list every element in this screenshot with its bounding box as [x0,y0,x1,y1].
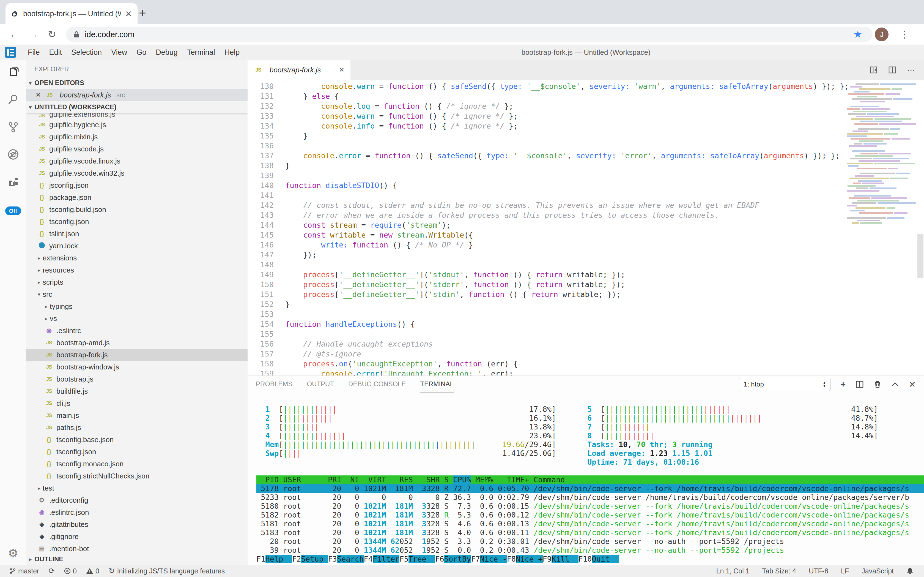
code-line[interactable]: 159 console.error('Uncaught Exception: '… [247,369,924,376]
code-line[interactable]: 152} [247,300,924,309]
code-line[interactable]: 130 console.warn = function () { safeSen… [247,82,924,91]
tree-item[interactable]: JScli.js [26,397,247,409]
tree-item[interactable]: JSgulpfile.mixin.js [26,131,247,143]
open-editor-item[interactable]: ✕ JS bootstrap-fork.js src [26,89,247,101]
tree-folder-vs[interactable]: ▸vs [26,313,247,324]
status-ln-1-col-1[interactable]: Ln 1, Col 1 [716,567,750,575]
editor-scrollbar[interactable] [918,234,924,278]
tree-item[interactable]: {}package.json [26,191,247,203]
new-terminal-icon[interactable]: + [840,380,845,389]
tree-folder-src[interactable]: ▾src [26,288,247,300]
menu-edit[interactable]: Edit [45,48,67,57]
settings-gear-icon[interactable]: ⚙ [0,546,26,560]
tree-item[interactable]: ◉.eslintrc [26,324,247,337]
sync-off-badge[interactable]: Off [5,206,21,215]
tree-item[interactable]: ⚙.editorconfig [26,494,247,506]
code-line[interactable]: 138} [247,161,924,171]
tree-folder-extensions[interactable]: ▸extensions [26,252,247,264]
address-bar[interactable]: ide.coder.com [66,27,873,42]
close-panel-icon[interactable]: ✕ [909,380,916,389]
tree-folder-resources[interactable]: ▸resources [26,264,247,276]
code-line[interactable]: 131 } else { [247,91,924,101]
workspace-header[interactable]: ▾ UNTITLED (WORKSPACE) [26,101,247,113]
status-error[interactable]: 0 [64,567,77,575]
tree-item[interactable]: JSgulpfile.vscode.win32.js [26,167,247,179]
code-line[interactable]: 147 }); [247,250,924,260]
status-warning[interactable]: 0 [86,567,99,575]
tree-item[interactable]: JSbuildfile.js [26,385,247,397]
panel-tab-terminal[interactable]: TERMINAL [420,376,453,393]
panel-tab-problems[interactable]: PROBLEMS [256,376,292,393]
code-line[interactable]: 158 process.on('uncaughtException', func… [247,359,924,369]
tree-item[interactable]: yarn.lock [26,240,247,252]
tree-item[interactable]: {}tslint.json [26,228,247,240]
tree-item[interactable]: JSgulpfile.vscode.js [26,143,247,155]
code-line[interactable]: 143 // error when we are inside a forked… [247,210,924,220]
open-editors-header[interactable]: ▾ OPEN EDITORS [26,77,247,89]
code-line[interactable]: 133 console.warn = function () { /* igno… [247,111,924,121]
extensions-icon[interactable] [0,170,26,194]
browser-tab[interactable]: bootstrap-fork.js — Untitled (W( ✕ [5,3,138,24]
tree-folder-typings[interactable]: ▸typings [26,300,247,313]
search-icon[interactable] [0,87,26,111]
code-line[interactable]: 146 write: function () { /* No OP */ } [247,240,924,250]
status-git-branch[interactable]: master [10,567,39,575]
menu-view[interactable]: View [106,48,132,57]
explorer-icon[interactable] [0,60,26,84]
tree-item[interactable]: JSbootstrap-amd.js [26,337,247,349]
tree-folder-test[interactable]: ▸test [26,482,247,494]
tree-item[interactable]: {}tsconfig.json [26,216,247,228]
tab-close-icon[interactable]: ✕ [125,9,132,19]
tree-folder-scripts[interactable]: ▸scripts [26,276,247,288]
htop-table-header[interactable]: PID USER PRI NI VIRT RES SHR S CPU% MEM%… [256,475,924,484]
maximize-panel-icon[interactable] [891,382,899,387]
code-line[interactable]: 132 console.log = function () { /* ignor… [247,101,924,111]
more-actions-icon[interactable]: ⋯ [907,65,916,75]
reload-icon[interactable]: ↻ [48,29,56,40]
code-line[interactable]: 155 [247,329,924,339]
status-sync[interactable]: ⟳ [48,567,55,575]
tree-item[interactable]: {}tsconfig.strictNullChecks.json [26,470,247,482]
debug-disabled-icon[interactable] [0,143,26,166]
code-line[interactable]: 134 console.info = function () { /* igno… [247,121,924,131]
code-editor[interactable]: 130 console.warn = function () { safeSen… [247,80,924,376]
tree-item[interactable]: {}tsconfig.base.json [26,434,247,446]
code-line[interactable]: 153 [247,309,924,319]
terminal[interactable]: 1 [|||||||||||| 17.8%] 5 [||||||||||||||… [247,393,924,564]
kill-terminal-icon[interactable] [874,380,881,388]
panel-tab-debug-console[interactable]: DEBUG CONSOLE [348,376,406,393]
outline-header[interactable]: ▸ OUTLINE [26,553,247,565]
tree-item[interactable]: {}tsconfig.monaco.json [26,458,247,470]
terminal-picker[interactable]: 1: htop ▲▼ [739,378,831,391]
close-icon[interactable]: ✕ [35,91,44,99]
code-line[interactable]: 156 // Handle uncaught exceptions [247,339,924,349]
code-line[interactable]: 137 console.error = function () { safeSe… [247,151,924,161]
browser-menu-icon[interactable]: ⋮ [900,29,909,40]
new-tab-button[interactable]: + [139,6,146,20]
source-control-icon[interactable] [0,115,26,139]
code-line[interactable]: 136 [247,141,924,151]
code-line[interactable]: 154function handleExceptions() { [247,319,924,329]
code-line[interactable]: 151 process['__defineGetter__']('stdin',… [247,290,924,300]
tree-item[interactable]: {}jsconfig.json [26,179,247,191]
code-line[interactable]: 145 const writable = new stream.Writable… [247,230,924,240]
code-line[interactable]: 141 [247,190,924,200]
code-line[interactable]: 139 [247,171,924,181]
menu-selection[interactable]: Selection [67,48,106,57]
panel-tab-output[interactable]: OUTPUT [307,376,334,393]
editor-tab-close-icon[interactable]: ✕ [339,66,344,74]
tree-item[interactable]: ◈.gitattributes [26,518,247,530]
tree-item[interactable]: JSgulpfile.hygiene.js [26,119,247,131]
bookmark-star-icon[interactable]: ★ [853,29,862,40]
tree-item[interactable]: JSgulpfile.vscode.linux.js [26,155,247,167]
code-line[interactable]: 149 process['__defineGetter__']('stdout'… [247,270,924,280]
tree-item[interactable]: JSmain.js [26,409,247,421]
back-icon[interactable]: ← [10,29,19,40]
tree-item[interactable]: ◉.eslintrc.json [26,506,247,518]
avatar[interactable]: J [875,27,889,41]
app-logo-icon[interactable] [5,47,16,58]
editor-tab[interactable]: JS bootstrap-fork.js ✕ [247,60,350,80]
tree-item[interactable]: ◈.gitignore [26,530,247,543]
menu-go[interactable]: Go [132,48,151,57]
htop-fkey-bar[interactable]: F1Help F2Setup F3SearchF4FilterF5Tree F6… [256,555,924,564]
